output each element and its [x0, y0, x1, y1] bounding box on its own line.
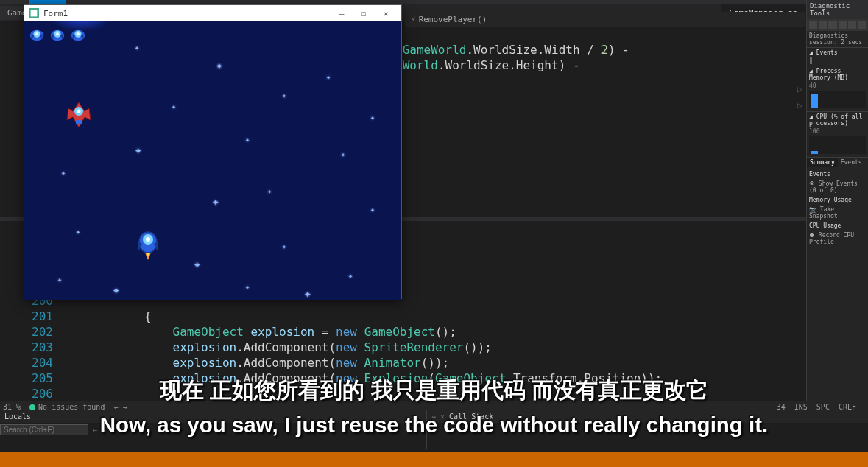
code-line-202: explosion.AddComponent(new SpriteRendere… [66, 340, 492, 354]
diag-tool-icon[interactable] [839, 21, 847, 29]
diag-tab-events[interactable]: Events [838, 158, 865, 167]
diag-events-label: Events [809, 169, 866, 179]
pin-icon[interactable]: ↔ ✕ [431, 412, 445, 421]
enemy-ship-icon [29, 27, 45, 43]
game-titlebar[interactable]: Form1 — ☐ ✕ [24, 5, 401, 21]
app-icon [29, 8, 39, 18]
code-body[interactable]: { GameObject explosion = new GameObject(… [66, 293, 662, 401]
enemy-ship-icon [49, 27, 66, 43]
breadcrumb[interactable]: ⚡ RemovePlayer() [405, 12, 805, 27]
enemy-red-ship [63, 98, 95, 130]
locals-panel[interactable]: Locals ← → [0, 410, 427, 449]
diag-show-events[interactable]: 👁 Show Events (0 of 0) [809, 179, 866, 195]
scroll-arrow-icon-2[interactable]: ▷ [797, 100, 805, 108]
player-ship [133, 228, 163, 263]
svg-point-4 [35, 32, 38, 35]
code-line-204: explosion.AddComponent(new Explosion(Gam… [66, 371, 662, 385]
breadcrumb-member: RemovePlayer() [419, 15, 487, 24]
locals-title: Locals [4, 412, 31, 421]
game-title: Form1 [43, 9, 68, 18]
svg-rect-1 [31, 10, 38, 17]
diagnostic-panel: Diagnostic Tools Diagnostics session: 2 … [806, 0, 868, 401]
svg-point-12 [77, 110, 81, 113]
code-line-200: { [66, 309, 152, 323]
callstack-panel[interactable]: ↔ ✕ Call Stack [427, 410, 868, 449]
callstack-title: Call Stack [449, 412, 493, 421]
close-button[interactable]: ✕ [375, 9, 397, 18]
diag-cpu-header[interactable]: ◢ CPU (% of all processors) [809, 113, 866, 127]
svg-point-16 [146, 237, 150, 242]
diag-tool-icon[interactable] [819, 21, 827, 29]
diag-tool-icon[interactable] [809, 21, 817, 29]
diag-tool-icon[interactable] [848, 21, 856, 29]
bottom-panels: Locals ← → ↔ ✕ Call Stack [0, 410, 868, 449]
diagnostic-session-label: Diagnostics session: 2 secs [807, 31, 868, 47]
game-window[interactable]: Form1 — ☐ ✕ ✦ ✦ ✦ ✦ ✦ ✦ ✦ ✦ ✦ ✦ ✦ ✦ ✦ ✦ … [24, 4, 402, 299]
diag-tabs: Summary Events Memo [807, 157, 868, 167]
diag-tab-summary[interactable]: Summary [807, 158, 838, 167]
diag-memory-usage-label: Memory Usage [809, 195, 866, 205]
diag-tool-icon[interactable] [858, 21, 866, 29]
maximize-button[interactable]: ☐ [353, 9, 375, 18]
code-line-203: explosion.AddComponent(new Animator()); [66, 356, 449, 370]
enemy-ship-icon [70, 27, 86, 43]
search-input[interactable] [0, 424, 88, 435]
cpu-chart [809, 136, 866, 154]
scroll-arrow-icon[interactable]: ▷ [797, 84, 805, 91]
status-bar-main [0, 452, 868, 467]
gutter: 200 201 202 203 204 205 206 [16, 293, 60, 401]
search-nav-icons[interactable]: ← → [93, 426, 106, 434]
memory-chart [809, 91, 866, 108]
diag-cpu-usage-label: CPU Usage [809, 221, 866, 231]
diag-tab-memory[interactable]: Memo [865, 158, 868, 167]
svg-point-10 [77, 32, 80, 35]
minimize-button[interactable]: — [331, 9, 353, 18]
diag-procmem-header[interactable]: ◢ Process Memory (MB) [809, 68, 866, 81]
code-line-201: GameObject explosion = new GameObject(); [66, 325, 456, 339]
svg-point-7 [56, 32, 59, 35]
diagnostic-title: Diagnostic Tools [807, 0, 868, 19]
diag-tool-icon[interactable] [828, 21, 836, 29]
diag-take-snapshot[interactable]: 📷 Take Snapshot [809, 205, 866, 221]
svg-rect-13 [76, 120, 82, 124]
lightning-icon: ⚡ [411, 15, 416, 24]
game-canvas[interactable]: ✦ ✦ ✦ ✦ ✦ ✦ ✦ ✦ ✦ ✦ ✦ ✦ ✦ ✦ ✦ ✦ ✦ ✦ ✦ ✦ … [24, 21, 401, 300]
diagnostic-toolbar [807, 19, 868, 31]
diag-record-profile[interactable]: ⏺ Record CPU Profile [809, 231, 866, 247]
diag-events-header[interactable]: ◢ Events [809, 49, 866, 56]
